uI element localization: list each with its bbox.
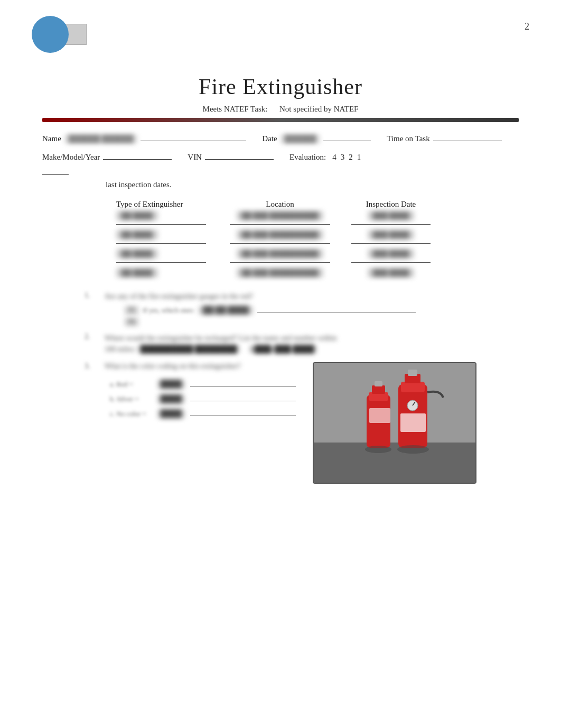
make-label: Make/Model/Year xyxy=(42,153,100,162)
row3-date: ███ ████ xyxy=(368,249,414,259)
section-divider xyxy=(42,174,69,175)
eval-label: Evaluation: xyxy=(289,153,326,162)
table-header-row: Type of Extinguisher Location Inspection… xyxy=(116,200,519,209)
fire-extinguisher-image xyxy=(313,362,476,484)
name-blurred-value: ██████ ██████ xyxy=(64,134,138,144)
q1-yes-label: Y xyxy=(125,306,138,315)
row2-location-line xyxy=(230,241,330,244)
q3-number: 3. xyxy=(85,362,100,371)
form-row-2: Make/Model/Year VIN Evaluation: 4 3 2 1 xyxy=(42,150,519,162)
row3-location-line xyxy=(230,260,330,263)
q1-answers: Y If yes, which ones: ██ ██ ████ N xyxy=(125,304,476,326)
make-field: Make/Model/Year xyxy=(42,150,172,162)
q2-text: Where would the extinguisher be recharge… xyxy=(105,333,476,355)
time-field: Time on Task xyxy=(387,132,501,143)
page-number: 2 xyxy=(525,21,529,32)
q1-yes-line xyxy=(257,304,416,312)
q3-sub-c: c. No color = ████ xyxy=(110,408,297,418)
time-line xyxy=(433,132,502,141)
q2-number: 2. xyxy=(85,333,100,341)
last-inspection-text: last inspection dates. xyxy=(106,180,519,189)
eval-4: 4 xyxy=(332,153,336,162)
date-line xyxy=(323,132,371,141)
q1-answer-yes: Y If yes, which ones: ██ ██ ████ xyxy=(125,304,476,315)
table-row: ██ ████ ██ ███ ██████████ ███ ████ xyxy=(116,249,519,263)
svg-rect-1 xyxy=(314,443,476,484)
eval-field: Evaluation: 4 3 2 1 xyxy=(289,153,361,162)
eval-2: 2 xyxy=(349,153,353,162)
row2-date: ███ ████ xyxy=(368,230,414,239)
row2-type: ██ ████ xyxy=(116,230,158,239)
q1-no-label: N xyxy=(125,318,138,326)
subtitle: Meets NATEF Task: Not specified by NATEF xyxy=(42,105,519,114)
name-field: Name ██████ ██████ xyxy=(42,132,246,144)
question-2-block: 2. Where would the extinguisher be recha… xyxy=(85,333,476,355)
table-row: ██ ████ ██ ███ ██████████ ███ ████ xyxy=(116,268,519,279)
q1-answer-no: N xyxy=(125,318,476,326)
date-blurred-value: ██████ xyxy=(280,134,321,144)
name-label: Name xyxy=(42,134,61,143)
svg-point-16 xyxy=(365,446,391,453)
q3-text: What is the color coding on this extingu… xyxy=(105,362,297,371)
q3-c-value: ████ xyxy=(157,410,185,418)
q3-b-value: ████ xyxy=(157,395,185,403)
inspection-table: Type of Extinguisher Location Inspection… xyxy=(116,200,519,279)
row3-location: ██ ███ ██████████ xyxy=(237,249,324,259)
row4-type: ██ ████ xyxy=(116,268,158,278)
make-line xyxy=(103,150,172,160)
svg-rect-9 xyxy=(400,413,426,432)
questions-section: 1. Are any of the fire extinguisher gaug… xyxy=(85,291,476,484)
vin-line xyxy=(205,150,274,160)
q1-yes-value: ██ ██ ████ xyxy=(199,306,253,315)
vin-label: VIN xyxy=(188,153,202,162)
form-row-1: Name ██████ ██████ Date ██████ Time on T… xyxy=(42,132,519,144)
q3-a-value: ████ xyxy=(157,380,185,389)
subtitle-value: Not specified by NATEF xyxy=(279,105,359,113)
svg-rect-12 xyxy=(372,385,385,394)
date-label: Date xyxy=(262,134,277,143)
q3-sub-items: a. Red = ████ b. Silver = ████ c. No col… xyxy=(110,378,297,418)
row2-location: ██ ███ ██████████ xyxy=(237,230,324,239)
q3-sub-b: b. Silver = ████ xyxy=(110,393,297,403)
col-header-inspection: Inspection Date xyxy=(338,200,444,209)
svg-rect-2 xyxy=(314,363,476,443)
col-header-location: Location xyxy=(222,200,338,209)
q3-c-line xyxy=(190,408,296,416)
svg-rect-14 xyxy=(369,408,390,423)
q3-content: What is the color coding on this extingu… xyxy=(105,362,297,422)
page-title: Fire Extinguisher xyxy=(42,74,519,99)
row1-date: ███ ████ xyxy=(368,211,414,220)
subtitle-label: Meets NATEF Task: xyxy=(203,105,268,113)
row1-type: ██ ████ xyxy=(116,211,158,220)
time-label: Time on Task xyxy=(387,134,429,143)
vin-field: VIN xyxy=(188,150,274,162)
q1-text: Are any of the fire extinguisher gauges … xyxy=(105,292,253,300)
row3-type: ██ ████ xyxy=(116,249,158,259)
row1-location: ██ ███ ██████████ xyxy=(237,211,324,220)
row1-location-line xyxy=(230,222,330,225)
page: 2 Fire Extinguisher Meets NATEF Task: No… xyxy=(0,0,561,728)
row3-date-line xyxy=(351,260,431,263)
question-1-block: 1. Are any of the fire extinguisher gaug… xyxy=(85,291,476,329)
svg-rect-13 xyxy=(375,381,382,386)
row4-date: ███ ████ xyxy=(368,268,414,278)
table-row: ██ ████ ██ ███ ██████████ ███ ████ xyxy=(116,211,519,225)
eval-3: 3 xyxy=(341,153,345,162)
row3-type-line xyxy=(116,260,206,263)
logo-area xyxy=(32,16,87,53)
logo-square-icon xyxy=(66,24,87,45)
table-row: ██ ████ ██ ███ ██████████ ███ ████ xyxy=(116,230,519,244)
col-header-extinguisher: Type of Extinguisher xyxy=(116,200,222,209)
eval-1: 1 xyxy=(357,153,361,162)
q3-sub-a: a. Red = ████ xyxy=(110,378,297,389)
q3-b-line xyxy=(190,393,296,401)
q3-a-line xyxy=(190,378,296,386)
q3-a-label: a. Red = xyxy=(110,380,152,389)
eval-nums: 4 3 2 1 xyxy=(332,153,361,162)
row1-type-line xyxy=(116,222,206,225)
row2-date-line xyxy=(351,241,431,244)
row2-type-line xyxy=(116,241,206,244)
q3-c-label: c. No color = xyxy=(110,410,152,418)
q1-number: 1. xyxy=(85,291,100,300)
q1-yes-text: If yes, which ones: xyxy=(143,306,194,315)
